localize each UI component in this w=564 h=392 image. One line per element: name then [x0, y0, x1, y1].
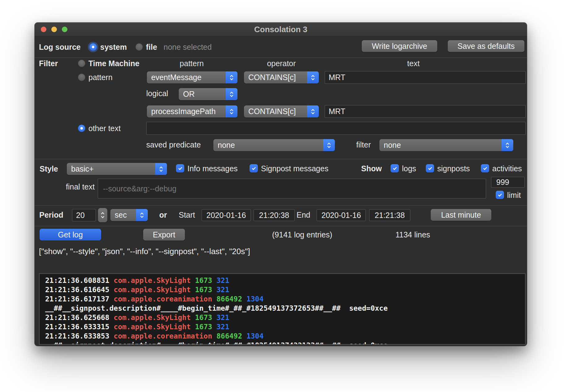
log-line: 21:21:36.616645 com.apple.SkyLight 1673 …: [45, 285, 525, 294]
time-machine-radio[interactable]: [78, 60, 85, 67]
period-value-input[interactable]: [72, 209, 96, 221]
end-time-input[interactable]: [369, 209, 410, 221]
divider: [35, 159, 527, 159]
limit-value-input[interactable]: [491, 177, 525, 188]
get-log-button[interactable]: Get log: [40, 229, 101, 241]
log-process: com.apple.SkyLight: [114, 313, 191, 322]
style-dropdown-value: basic+: [67, 163, 155, 175]
start-date-input[interactable]: [202, 209, 251, 221]
show-activities-checkbox[interactable]: [481, 164, 489, 173]
log-time: 21:21:36.625668: [45, 313, 109, 322]
show-logs-checkbox[interactable]: [391, 164, 399, 173]
log-entries-count: (9141 log entries): [272, 230, 332, 239]
saved-predicate-label: saved predicate: [146, 140, 201, 149]
log-signpost-text: __##__signpost.description#____#begin_ti…: [45, 304, 388, 312]
log-tid: 321: [216, 286, 229, 294]
final-text-label: final text: [66, 182, 95, 191]
show-activities-label: activities: [492, 164, 522, 173]
info-messages-label: Info messages: [187, 164, 238, 173]
period-unit-dropdown[interactable]: sec: [110, 209, 148, 221]
pattern-radio[interactable]: [78, 74, 85, 81]
file-none-selected-text: none selected: [164, 42, 212, 52]
chevron-up-down-icon: [226, 71, 237, 83]
period-label: Period: [39, 210, 63, 219]
desktop: { "window": { "title": "Consolation 3" }…: [0, 0, 564, 392]
end-date-input[interactable]: [317, 209, 366, 221]
show-signposts-checkbox[interactable]: [426, 164, 434, 173]
pattern2-dropdown-value: processImagePath: [147, 105, 226, 117]
period-unit-dropdown-value: sec: [110, 209, 136, 221]
log-time: 21:21:36.617137: [45, 295, 109, 303]
lines-count: 1134 lines: [395, 230, 430, 239]
log-pid: 1673: [195, 286, 212, 294]
filter-text2-input[interactable]: [325, 105, 526, 118]
other-text-input[interactable]: [146, 122, 526, 135]
logical-label: logical: [146, 89, 168, 98]
log-pid: 1673: [195, 323, 212, 331]
last-minute-button[interactable]: Last minute: [431, 209, 491, 221]
pattern2-dropdown[interactable]: processImagePath: [147, 105, 237, 117]
log-line-signpost: __##__signpost.description#____#begin_ti…: [45, 304, 525, 313]
filter-label: Filter: [39, 59, 58, 68]
style-dropdown[interactable]: basic+: [67, 163, 167, 175]
pattern1-dropdown[interactable]: eventMessage: [147, 71, 237, 83]
text-column-header: text: [382, 59, 444, 68]
filter-text1-input[interactable]: [325, 71, 526, 84]
log-time: 21:21:36.633315: [45, 323, 109, 331]
log-line-signpost: __##__signpost.description#____#begin_ti…: [45, 341, 525, 345]
chevron-up-down-icon: [323, 139, 335, 151]
title-bar[interactable]: Consolation 3: [35, 23, 527, 36]
command-preview: ["show", "--style", "json", "--info", "-…: [39, 246, 250, 256]
signpost-messages-checkbox[interactable]: [250, 164, 258, 173]
start-time-input[interactable]: [254, 209, 295, 221]
period-stepper[interactable]: [98, 208, 107, 222]
other-text-label: other text: [88, 124, 121, 133]
chevron-up-down-icon: [502, 139, 513, 151]
show-signposts-label: signposts: [437, 164, 470, 173]
final-text-input[interactable]: [98, 179, 486, 198]
log-source-label: Log source: [39, 42, 81, 52]
log-source-system-label: system: [100, 42, 127, 52]
log-time: 21:21:36.608831: [45, 276, 109, 284]
limit-checkbox[interactable]: [496, 191, 504, 199]
log-pid: 1673: [195, 276, 212, 284]
log-process: com.apple.SkyLight: [114, 323, 191, 331]
log-source-file-label: file: [146, 42, 157, 52]
log-time: 21:21:36.616645: [45, 286, 109, 294]
log-process: com.apple.coreanimation: [114, 295, 212, 303]
log-tid: 321: [216, 276, 229, 284]
logical-dropdown[interactable]: OR: [179, 88, 237, 100]
log-tid: 1304: [246, 295, 263, 303]
style-label: Style: [40, 164, 58, 173]
filter-dropdown-value: none: [379, 139, 502, 151]
log-time: 21:21:36.633853: [45, 332, 109, 340]
logical-dropdown-value: OR: [179, 88, 226, 100]
log-line: 21:21:36.608831 com.apple.SkyLight 1673 …: [45, 276, 525, 285]
export-button[interactable]: Export: [143, 229, 185, 241]
saved-predicate-dropdown[interactable]: none: [213, 139, 335, 151]
log-line: 21:21:36.617137 com.apple.coreanimation …: [45, 294, 525, 304]
log-process: com.apple.coreanimation: [114, 332, 212, 340]
save-as-defaults-button[interactable]: Save as defaults: [448, 40, 524, 52]
log-tid: 321: [216, 313, 229, 322]
log-line: 21:21:36.633853 com.apple.coreanimation …: [45, 331, 525, 341]
filter-dropdown[interactable]: none: [379, 139, 513, 151]
pattern1-dropdown-value: eventMessage: [147, 71, 226, 83]
operator2-dropdown[interactable]: CONTAINS[c]: [244, 105, 319, 117]
chevron-up-down-icon: [226, 88, 237, 100]
or-label: or: [159, 210, 167, 219]
chevron-up-down-icon: [307, 105, 319, 117]
divider: [35, 226, 527, 226]
log-source-system-radio[interactable]: [89, 43, 97, 51]
log-source-file-radio[interactable]: [135, 43, 143, 51]
operator1-dropdown[interactable]: CONTAINS[c]: [244, 71, 319, 83]
time-machine-label: Time Machine: [88, 59, 139, 68]
log-output[interactable]: 21:21:36.608831 com.apple.SkyLight 1673 …: [39, 273, 526, 345]
log-process: com.apple.SkyLight: [114, 286, 191, 294]
show-logs-label: logs: [402, 164, 416, 173]
info-messages-checkbox[interactable]: [176, 164, 184, 173]
other-text-radio[interactable]: [78, 125, 85, 132]
log-process: com.apple.SkyLight: [114, 276, 191, 284]
chevron-up-down-icon: [226, 105, 237, 117]
write-logarchive-button[interactable]: Write logarchive: [362, 40, 437, 52]
